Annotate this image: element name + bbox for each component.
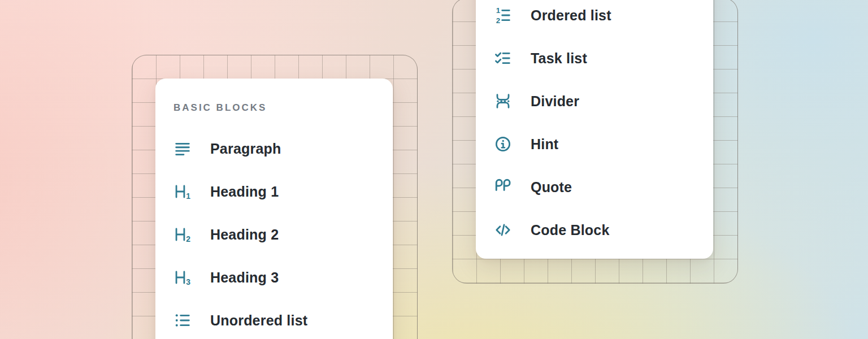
menu-item-divider[interactable]: Divider	[494, 80, 695, 123]
unordered-list-icon	[173, 311, 194, 329]
menu-item-code-block[interactable]: Code Block	[494, 208, 695, 251]
menu-item-label: Heading 2	[210, 227, 279, 243]
menu-item-label: Paragraph	[210, 141, 281, 157]
code-block-icon	[494, 221, 514, 239]
menu-item-label: Quote	[531, 179, 572, 195]
menu-item-label: Task list	[531, 50, 587, 67]
menu-item-label: Heading 3	[210, 270, 279, 286]
basic-blocks-menu: BASIC BLOCKS Paragraph 1 Heading 1	[155, 79, 393, 339]
heading-2-icon: 2	[173, 225, 194, 244]
editor-blocks-hero: BASIC BLOCKS Paragraph 1 Heading 1	[0, 0, 868, 339]
menu-item-label: Heading 1	[210, 184, 279, 200]
heading-1-icon: 1	[173, 182, 194, 201]
ordered-list-icon: 1 2	[494, 6, 514, 24]
blocks-menu-continued: 1 2 Ordered list Task list	[476, 0, 713, 259]
heading-3-icon: 3	[173, 268, 194, 286]
menu-item-heading-1[interactable]: 1 Heading 1	[173, 170, 375, 213]
menu-item-ordered-list[interactable]: 1 2 Ordered list	[494, 0, 695, 37]
svg-text:1: 1	[496, 6, 501, 15]
task-list-icon	[494, 49, 514, 67]
menu-item-quote[interactable]: Quote	[494, 166, 695, 208]
menu-item-heading-3[interactable]: 3 Heading 3	[173, 256, 375, 299]
menu-item-heading-2[interactable]: 2 Heading 2	[173, 213, 375, 256]
quote-icon	[494, 178, 514, 196]
menu-item-task-list[interactable]: Task list	[494, 37, 695, 80]
svg-text:2: 2	[186, 234, 190, 244]
svg-text:3: 3	[186, 277, 190, 286]
hint-icon	[494, 135, 514, 153]
menu-item-unordered-list[interactable]: Unordered list	[173, 299, 375, 339]
paragraph-icon	[173, 140, 194, 158]
menu-item-paragraph[interactable]: Paragraph	[173, 127, 375, 170]
svg-text:2: 2	[496, 16, 500, 24]
menu-item-hint[interactable]: Hint	[494, 123, 695, 166]
menu-item-label: Divider	[531, 93, 579, 110]
menu-item-label: Ordered list	[531, 7, 611, 24]
menu-item-label: Unordered list	[210, 312, 307, 329]
svg-text:1: 1	[186, 192, 190, 201]
menu-item-label: Code Block	[531, 222, 610, 238]
section-title: BASIC BLOCKS	[173, 102, 375, 114]
divider-icon	[494, 92, 514, 110]
menu-item-label: Hint	[531, 136, 558, 153]
